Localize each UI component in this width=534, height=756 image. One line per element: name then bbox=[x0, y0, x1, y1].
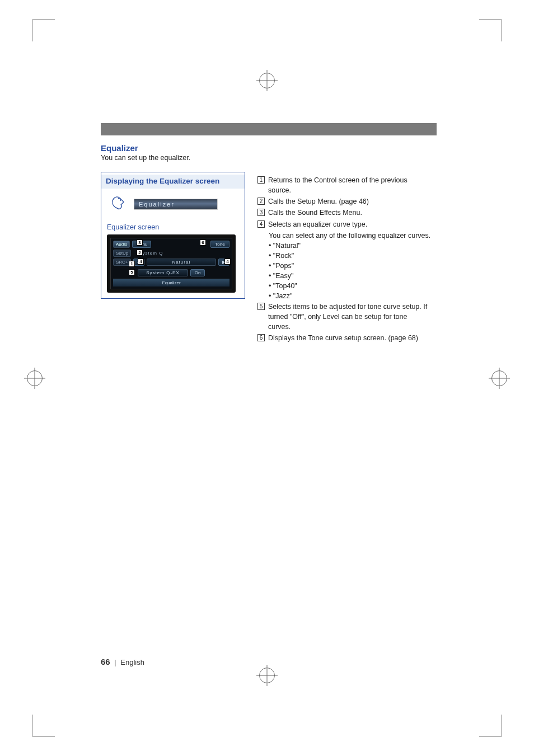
tab-src[interactable]: SRC+ bbox=[113, 259, 131, 266]
page-language: English bbox=[120, 658, 144, 666]
callout-6: 6 bbox=[200, 240, 206, 246]
system-q-ex-label: System Q-EX bbox=[138, 269, 188, 276]
callout-4-right: 4 bbox=[224, 259, 231, 265]
tone-button[interactable]: Tone bbox=[210, 241, 229, 248]
crop-mark bbox=[479, 715, 502, 737]
num-2: 2 bbox=[257, 198, 265, 205]
curve-jazz: • "Jazz" bbox=[257, 291, 431, 301]
desc-4b: You can select any of the following equa… bbox=[257, 231, 431, 241]
callout-5: 5 bbox=[129, 269, 135, 275]
desc-6: Displays the Tone curve setup screen. (p… bbox=[268, 333, 418, 343]
touch-icon bbox=[107, 192, 129, 217]
tab-setup[interactable]: SetUp bbox=[113, 250, 131, 257]
callout-2: 2 bbox=[137, 250, 143, 256]
desc-2: Calls the Setup Menu. (page 46) bbox=[268, 196, 369, 206]
registration-mark bbox=[259, 73, 275, 88]
num-3: 3 bbox=[257, 209, 265, 216]
page-number: 66 bbox=[101, 657, 110, 666]
registration-mark bbox=[27, 370, 43, 386]
desc-3: Calls the Sound Effects Menu. bbox=[268, 208, 362, 218]
curve-top40: • "Top40" bbox=[257, 281, 431, 291]
tab-audio[interactable]: Audio bbox=[113, 241, 130, 248]
num-5: 5 bbox=[257, 303, 265, 310]
page-footer: 66 | English bbox=[101, 657, 144, 666]
curve-rock: • "Rock" bbox=[257, 251, 431, 261]
callout-3: 3 bbox=[137, 240, 143, 246]
section-header-bar bbox=[101, 123, 437, 135]
screen-caption: Equalizer screen bbox=[101, 218, 245, 233]
num-4: 4 bbox=[257, 220, 265, 228]
section-title: Equalizer bbox=[101, 143, 437, 153]
system-q-ex-toggle[interactable]: On bbox=[190, 269, 205, 276]
desc-1: Returns to the Control screen of the pre… bbox=[268, 175, 431, 195]
num-6: 6 bbox=[257, 334, 265, 341]
box-heading: Displaying the Equalizer screen bbox=[106, 177, 240, 185]
registration-mark bbox=[259, 668, 275, 683]
screen-footer-label: Equalizer bbox=[113, 279, 229, 287]
desc-4: Selects an equalizer curve type. bbox=[268, 219, 367, 229]
desc-5: Selects items to be adjusted for tone cu… bbox=[268, 302, 431, 332]
registration-mark bbox=[491, 370, 507, 386]
crop-mark bbox=[479, 19, 502, 41]
curve-pops: • "Pops" bbox=[257, 261, 431, 271]
curve-value: Natural bbox=[147, 259, 216, 266]
crop-mark bbox=[32, 19, 55, 41]
description-list: 1Returns to the Control screen of the pr… bbox=[257, 175, 431, 344]
curve-natural: • "Natural" bbox=[257, 241, 431, 251]
equalizer-screen-mock: Audio 3 Menu 6 Tone SetUp 2 System Q bbox=[107, 234, 236, 293]
crop-mark bbox=[32, 715, 55, 737]
callout-1: 1 bbox=[129, 261, 135, 267]
num-1: 1 bbox=[257, 176, 265, 184]
callout-4-left: 4 bbox=[138, 259, 144, 265]
instruction-box: Displaying the Equalizer screen Equalize… bbox=[101, 172, 245, 299]
section-subtitle: You can set up the equalizer. bbox=[101, 154, 437, 162]
equalizer-button[interactable]: Equalizer bbox=[134, 199, 218, 210]
curve-easy: • "Easy" bbox=[257, 271, 431, 281]
